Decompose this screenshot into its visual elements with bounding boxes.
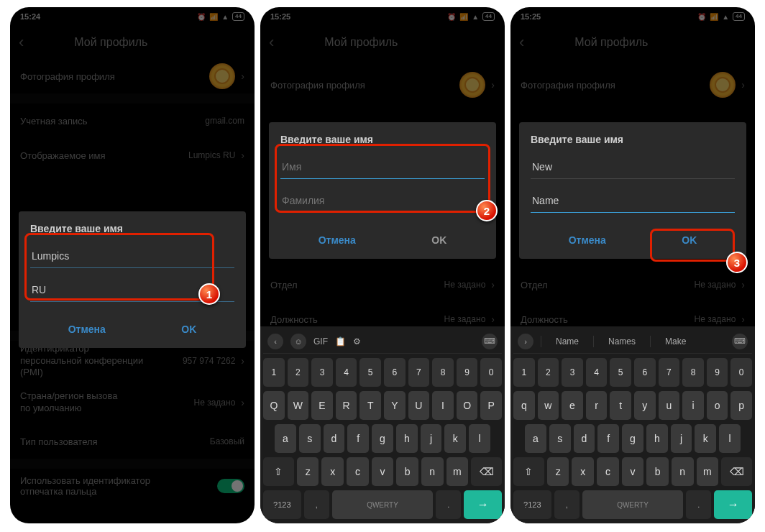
key[interactable]: o — [707, 391, 728, 420]
suggestion[interactable]: Make — [658, 336, 693, 347]
last-name-input[interactable] — [531, 189, 735, 213]
symbols-key[interactable]: ?123 — [513, 490, 551, 519]
key[interactable]: 4 — [336, 358, 357, 387]
ok-button[interactable]: OK — [167, 316, 211, 342]
cancel-button[interactable]: Отмена — [304, 227, 370, 253]
back-icon[interactable]: ‹ — [519, 33, 524, 52]
key[interactable]: k — [444, 424, 466, 453]
toggle-switch[interactable] — [217, 479, 244, 493]
keyboard-icon[interactable]: ⌨ — [482, 334, 498, 349]
key[interactable]: O — [457, 391, 478, 420]
key[interactable]: h — [646, 424, 668, 453]
row-region[interactable]: Страна/регион вызова по умолчанию Не зад… — [10, 381, 255, 424]
first-name-input[interactable] — [280, 155, 485, 179]
backspace-key[interactable]: ⌫ — [721, 457, 752, 486]
key[interactable]: E — [311, 391, 333, 420]
cancel-button[interactable]: Отмена — [554, 227, 620, 253]
key[interactable]: m — [446, 457, 469, 486]
key[interactable]: f — [597, 424, 619, 453]
row-profile-photo[interactable]: Фотография профиля › — [260, 59, 505, 111]
enter-key[interactable]: → — [464, 490, 502, 519]
key[interactable]: z — [297, 457, 319, 486]
key[interactable]: x — [572, 457, 594, 486]
row-user-type[interactable]: Тип пользователя Базовый — [10, 424, 255, 459]
first-name-input[interactable] — [30, 244, 234, 268]
row-display-name[interactable]: Отображаемое имя Lumpics RU› — [10, 138, 255, 173]
key[interactable]: 2 — [538, 358, 559, 387]
clipboard-icon[interactable]: 📋 — [335, 336, 346, 347]
key[interactable]: U — [408, 391, 430, 420]
key[interactable]: b — [396, 457, 418, 486]
space-key[interactable]: QWERTY — [582, 490, 683, 519]
key[interactable]: 9 — [457, 358, 478, 387]
key[interactable]: 5 — [359, 358, 381, 387]
key[interactable]: n — [421, 457, 444, 486]
key[interactable]: h — [396, 424, 418, 453]
suggestion[interactable]: Names — [601, 336, 643, 347]
key[interactable]: 7 — [408, 358, 430, 387]
row-profile-photo[interactable]: Фотография профиля › — [510, 59, 755, 111]
shift-key[interactable]: ⇧ — [513, 457, 544, 486]
row-department[interactable]: Отдел Не задано› — [260, 267, 505, 302]
keyboard[interactable]: ‹ ☺ GIF 📋 ⚙ ⌨ 1234567890 QWERTYUIOP asdf… — [260, 326, 505, 523]
row-department[interactable]: Отдел Не задано› — [510, 267, 755, 302]
key[interactable]: c — [347, 457, 369, 486]
key[interactable]: W — [288, 391, 309, 420]
key[interactable]: Y — [384, 391, 406, 420]
key[interactable]: 8 — [682, 358, 704, 387]
key[interactable]: b — [646, 457, 669, 486]
key[interactable]: 4 — [586, 358, 608, 387]
key[interactable]: g — [372, 424, 393, 453]
key[interactable]: 0 — [480, 358, 502, 387]
space-key[interactable]: QWERTY — [332, 490, 433, 519]
key[interactable]: 0 — [730, 358, 752, 387]
symbols-key[interactable]: ?123 — [263, 490, 301, 519]
key[interactable]: 1 — [513, 358, 535, 387]
shift-key[interactable]: ⇧ — [263, 457, 294, 486]
key[interactable]: R — [336, 391, 357, 420]
key[interactable]: 6 — [384, 358, 406, 387]
gif-icon[interactable]: GIF — [313, 336, 328, 347]
key[interactable]: e — [562, 391, 583, 420]
key[interactable]: s — [549, 424, 571, 453]
row-account[interactable]: Учетная запись gmail.com — [10, 104, 255, 138]
suggestion[interactable]: Name — [549, 336, 586, 347]
key[interactable]: 9 — [707, 358, 728, 387]
key[interactable]: m — [697, 457, 719, 486]
key[interactable]: T — [359, 391, 381, 420]
row-fingerprint[interactable]: Использовать идентификатор отпечатка пал… — [10, 469, 255, 503]
key[interactable]: a — [525, 424, 546, 453]
key[interactable]: 6 — [634, 358, 656, 387]
key[interactable]: n — [672, 457, 694, 486]
key[interactable]: a — [275, 424, 296, 453]
comma-key[interactable]: , — [304, 490, 329, 519]
key[interactable]: 5 — [610, 358, 631, 387]
key[interactable]: j — [421, 424, 442, 453]
cancel-button[interactable]: Отмена — [54, 316, 120, 342]
key[interactable]: d — [574, 424, 595, 453]
backspace-key[interactable]: ⌫ — [471, 457, 502, 486]
key[interactable]: c — [597, 457, 619, 486]
keyboard-icon[interactable]: ⌨ — [732, 334, 748, 349]
last-name-input[interactable] — [280, 189, 485, 213]
key[interactable]: i — [682, 391, 704, 420]
key[interactable]: g — [622, 424, 643, 453]
key[interactable]: v — [372, 457, 394, 486]
key[interactable]: k — [695, 424, 716, 453]
key[interactable]: r — [586, 391, 608, 420]
key[interactable]: 8 — [432, 358, 454, 387]
key[interactable]: q — [513, 391, 535, 420]
key[interactable]: l — [469, 424, 490, 453]
key[interactable]: u — [659, 391, 680, 420]
key[interactable]: w — [538, 391, 559, 420]
key[interactable]: s — [299, 424, 321, 453]
key[interactable]: y — [634, 391, 656, 420]
key[interactable]: I — [432, 391, 454, 420]
key[interactable]: P — [480, 391, 502, 420]
comma-key[interactable]: , — [554, 490, 580, 519]
keyboard[interactable]: › Name Names Make ⌨ 1234567890 qwertyuio… — [510, 326, 755, 523]
key[interactable]: 1 — [263, 358, 285, 387]
back-icon[interactable]: ‹ — [269, 33, 274, 52]
key[interactable]: 3 — [562, 358, 583, 387]
back-icon[interactable]: ‹ — [19, 33, 24, 52]
